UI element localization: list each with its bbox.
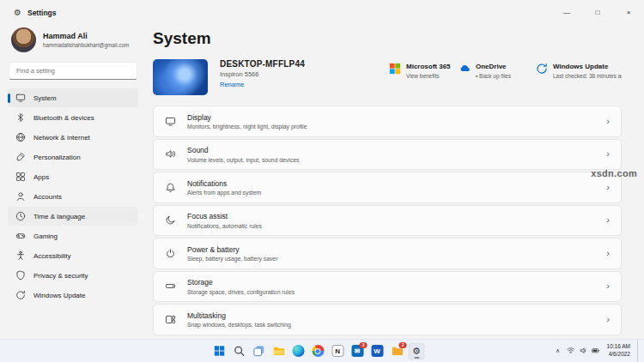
sidebar-item-system[interactable]: System (8, 88, 138, 107)
sidebar-nav: System Bluetooth & devices Network & int… (8, 88, 138, 305)
sidebar-item-bluetooth-devices[interactable]: Bluetooth & devices (8, 108, 138, 127)
settings-row-multitasking[interactable]: Multitasking Snap windows, desktops, tas… (153, 304, 622, 335)
quick-links: Microsoft 365 View benefits OneDrive • B… (153, 63, 622, 88)
display-icon (165, 116, 176, 127)
sidebar-item-label: Gaming (33, 232, 58, 240)
row-subtitle: Snap windows, desktops, task switching (187, 322, 291, 328)
row-subtitle: Notifications, automatic rules (187, 223, 262, 229)
sidebar-item-label: Privacy & security (33, 272, 88, 280)
settings-gear-icon: ⚙ (14, 9, 21, 17)
edge-button[interactable] (290, 343, 307, 359)
row-subtitle: Monitors, brightness, night light, displ… (187, 124, 307, 130)
row-title: Power & battery (187, 245, 277, 254)
search-input[interactable] (9, 62, 137, 80)
settings-row-notifications[interactable]: Notifications Alerts from apps and syste… (153, 172, 622, 203)
task-view-icon (252, 345, 264, 357)
sidebar-item-gaming[interactable]: Gaming (8, 226, 138, 245)
accounts-icon (15, 191, 26, 202)
quick-link-windows-update[interactable]: Windows Update Last checked: 36 minutes … (536, 63, 622, 79)
sidebar-item-label: Network & internet (33, 134, 90, 142)
word-button[interactable]: W (369, 343, 386, 359)
row-subtitle: Sleep, battery usage, battery saver (187, 256, 277, 262)
chevron-right-icon: › (606, 117, 610, 126)
folder-button[interactable]: 2 (389, 343, 405, 359)
notifications-bell-icon (165, 182, 176, 193)
sidebar-item-accessibility[interactable]: Accessibility (8, 246, 138, 265)
settings-row-power-battery[interactable]: Power & battery Sleep, battery usage, ba… (153, 238, 622, 269)
tray-date: 4/6/2022 (607, 351, 630, 359)
close-button[interactable]: × (613, 0, 644, 24)
user-profile[interactable]: Hammad Ali hammadalishahbukhari@gmail.co… (8, 26, 138, 61)
row-title: Notifications (187, 179, 261, 188)
settings-row-sound[interactable]: Sound Volume levels, output, input, soun… (153, 139, 622, 171)
storage-drive-icon (165, 281, 176, 292)
sidebar-item-label: Windows Update (33, 292, 85, 299)
quick-link-subtitle: • Back up files (476, 73, 511, 79)
sidebar-item-time-language[interactable]: Time & language (8, 207, 138, 226)
chevron-right-icon: › (606, 149, 610, 159)
chevron-right-icon: › (606, 215, 610, 225)
search-icon (233, 345, 245, 357)
quick-link-subtitle: Last checked: 36 minutes ago (553, 73, 622, 79)
sidebar-item-label: Bluetooth & devices (33, 114, 94, 122)
quick-link-title: Windows Update (553, 63, 622, 70)
chevron-up-icon[interactable]: ∧ (556, 347, 560, 354)
chevron-right-icon: › (606, 281, 610, 291)
sound-icon (165, 148, 176, 160)
row-title: Storage (187, 278, 295, 287)
clock[interactable]: 10:16 AM 4/6/2022 (607, 343, 630, 359)
settings-row-display[interactable]: Display Monitors, brightness, night ligh… (153, 106, 622, 137)
main-content: System DESKTOP-MFFLP44 Inspiron 5566 Ren… (153, 26, 622, 340)
quick-link-title: OneDrive (476, 63, 511, 70)
sidebar-item-apps[interactable]: Apps (8, 167, 138, 186)
row-subtitle: Volume levels, output, input, sound devi… (187, 157, 299, 163)
time-language-icon (15, 211, 26, 221)
privacy-shield-icon (15, 270, 26, 281)
sidebar-item-label: Accessibility (33, 252, 71, 260)
mail-button[interactable]: ✉ 3 (349, 343, 366, 359)
sidebar-item-privacy-security[interactable]: Privacy & security (8, 266, 138, 285)
personalization-icon (15, 152, 26, 162)
sidebar-item-network-internet[interactable]: Network & internet (8, 128, 138, 147)
edge-icon (292, 345, 304, 357)
taskbar: N ✉ 3 W 2 ⚙ ∧ 10:16 AM (0, 339, 644, 362)
row-title: Sound (187, 146, 299, 154)
start-button[interactable] (211, 343, 228, 359)
battery-icon[interactable] (592, 347, 600, 355)
onedrive-icon (459, 63, 471, 75)
notification-badge: 3 (360, 342, 368, 348)
app-title: Settings (27, 9, 57, 17)
taskbar-search-button[interactable] (231, 343, 247, 359)
quick-link-microsoft-365[interactable]: Microsoft 365 View benefits (389, 63, 451, 79)
settings-row-focus-assist[interactable]: Focus assist Notifications, automatic ru… (153, 205, 622, 237)
bluetooth-icon (15, 112, 26, 123)
window-controls: — □ × (551, 0, 644, 24)
chevron-right-icon: › (606, 249, 610, 258)
quick-link-onedrive[interactable]: OneDrive • Back up files (459, 63, 511, 79)
user-email: hammadalishahbukhari@gmail.com (43, 42, 129, 48)
quick-link-title: Microsoft 365 (406, 63, 451, 70)
chrome-button[interactable] (310, 343, 326, 359)
settings-row-storage[interactable]: Storage Storage space, drives, configura… (153, 271, 622, 303)
apps-icon (15, 172, 26, 182)
sidebar-item-personalization[interactable]: Personalization (8, 148, 138, 166)
search-box (9, 61, 137, 80)
notepad-button[interactable]: N (330, 343, 346, 359)
wifi-icon[interactable] (567, 347, 575, 355)
settings-app-button[interactable]: ⚙ (409, 343, 425, 359)
maximize-button[interactable]: □ (582, 0, 613, 24)
sidebar-item-label: Time & language (33, 213, 85, 220)
sidebar-item-accounts[interactable]: Accounts (8, 187, 138, 206)
chevron-right-icon: › (606, 315, 610, 324)
task-view-button[interactable] (251, 343, 267, 359)
show-desktop-button[interactable] (637, 340, 641, 362)
sidebar-item-windows-update[interactable]: Windows Update (8, 286, 138, 305)
volume-icon[interactable] (580, 347, 588, 355)
power-battery-icon (165, 248, 176, 259)
minimize-button[interactable]: — (551, 0, 582, 24)
sidebar-item-label: Apps (33, 173, 49, 181)
file-explorer-button[interactable] (270, 343, 287, 359)
settings-list: Display Monitors, brightness, night ligh… (153, 106, 622, 335)
multitasking-icon (165, 314, 176, 325)
focus-assist-moon-icon (165, 214, 176, 226)
